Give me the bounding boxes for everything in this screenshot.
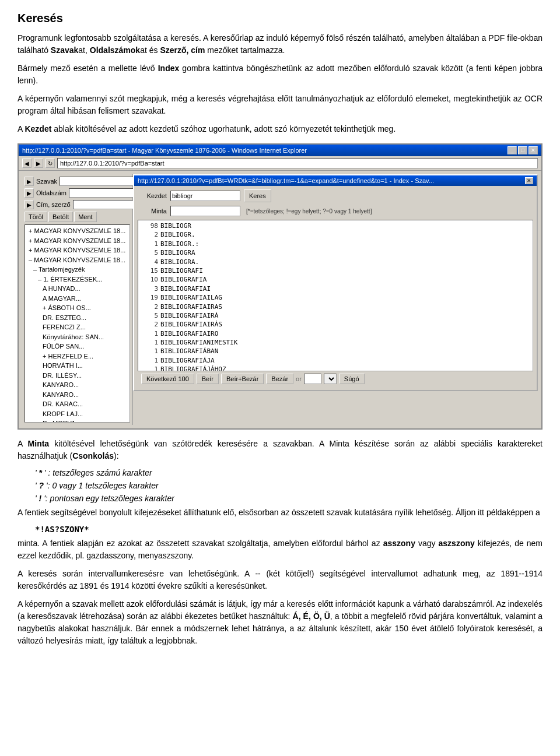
oldalszam-label: Oldalszám xyxy=(36,189,66,196)
main-content: Keresés Programunk legfontosabb szolgált… xyxy=(18,12,542,647)
result-term: BIBLIOGRAFIÁJÁHOZ xyxy=(160,365,226,371)
result-term: BIBLIOGRA. xyxy=(160,258,199,266)
betolt-btn[interactable]: Betölt xyxy=(48,212,73,222)
right-panel: http://127.0.0.1:2010/?v=pdfBt=WRDtk=&f=… xyxy=(133,174,538,425)
minta-row: Minta [*=tetszőleges; !=egy helyett; ?=0… xyxy=(138,206,533,216)
result-count: 1 xyxy=(141,329,158,338)
page-title: Keresés xyxy=(18,12,542,25)
oldalszam-expand-btn[interactable]: ▶ xyxy=(24,188,34,198)
ment-btn[interactable]: Ment xyxy=(74,212,96,222)
result-row[interactable]: 10BIBLIOGRAFIA xyxy=(141,275,530,284)
intro-para-4: A Kezdet ablak kitöltésével az adott kez… xyxy=(18,123,542,135)
maximize-btn[interactable]: □ xyxy=(518,146,527,154)
result-term: BIBLIOGR xyxy=(160,221,191,230)
tree-item[interactable]: FERENCZI Z... xyxy=(26,322,128,332)
tree-item[interactable]: KANYARO... xyxy=(26,390,128,400)
tree-item[interactable]: DR. ILLÉSY... xyxy=(26,371,128,381)
result-term: BIBLIOGR.: xyxy=(160,240,199,248)
result-row[interactable]: 19BIBLIOGRAFIAILAG xyxy=(141,293,530,302)
refresh-btn[interactable]: ↻ xyxy=(46,159,55,168)
post-browser-para-4: A keresés során intervallumkeresésre van… xyxy=(18,568,542,592)
szavak-input[interactable] xyxy=(60,177,144,186)
result-term: BIBLIOGRAFIÁJA xyxy=(160,356,215,365)
next-100-btn[interactable]: Következő 100 xyxy=(141,374,194,384)
back-btn[interactable]: ◀ xyxy=(22,159,32,168)
tree-item[interactable]: DR. ESZTEG... xyxy=(26,313,128,323)
result-term: BIBLIOGRAFIAIRÁS xyxy=(160,320,222,329)
result-count: 5 xyxy=(141,248,158,257)
forward-btn[interactable]: ▶ xyxy=(34,159,43,168)
tree-item[interactable]: – 1. ÉRTEKEZÉSEK... xyxy=(26,275,128,284)
tree-item[interactable]: – MAGYAR KÖNYVSZEMLE 18... xyxy=(26,255,128,265)
cim-expand-btn[interactable]: ▶ xyxy=(24,200,34,209)
result-row[interactable]: 4BIBLIOGRA. xyxy=(141,258,530,266)
result-row[interactable]: 2BIBLIOGRAFIAIRÁS xyxy=(141,320,530,329)
result-row[interactable]: 1BIBLIOGRAFIANIMESTIK xyxy=(141,338,530,347)
result-term: BIBLIOGRAFIAIRAS xyxy=(160,303,222,311)
result-term: BIBLIOGRAFIA xyxy=(160,275,206,284)
sugo-btn[interactable]: Súgó xyxy=(339,374,365,384)
minta-input[interactable] xyxy=(170,206,240,216)
minimize-btn[interactable]: _ xyxy=(508,146,517,154)
tree-item[interactable]: – Tartalomjegyzék xyxy=(26,265,128,275)
result-row[interactable]: 15BIBLIOGRAFI xyxy=(141,266,530,275)
tree-item[interactable]: HORVÁTH I... xyxy=(26,361,128,371)
bezar-btn[interactable]: Bezár xyxy=(266,374,293,384)
tree-item[interactable]: A MAGYAR... xyxy=(26,294,128,304)
tree-item[interactable]: KANYARO... xyxy=(26,380,128,390)
tree-item[interactable]: Dr. MORVA... xyxy=(26,419,128,423)
browser-title: http://127.0.0.1:2010/?v=pdfBa=start - M… xyxy=(22,147,307,154)
result-row[interactable]: 98BIBLIOGR xyxy=(141,221,530,230)
intro-para-3: A képernyőn valamennyi szót megkapjuk, m… xyxy=(18,93,542,117)
tree-item[interactable]: Könyvtárához: SAN... xyxy=(26,332,128,342)
result-row[interactable]: 1BIBLIOGRAFIÁBAN xyxy=(141,347,530,356)
dialog-close-btn[interactable]: ✕ xyxy=(525,177,533,184)
beir-btn[interactable]: Beír xyxy=(197,374,219,384)
tree-item[interactable]: DR. KARAC... xyxy=(26,399,128,409)
result-row[interactable]: 1BIBLIOGR.: xyxy=(141,240,530,248)
tree-item[interactable]: + MAGYAR KÖNYVSZEMLE 18... xyxy=(26,226,128,236)
beir-bezar-btn[interactable]: Beír+Bezár xyxy=(221,374,264,384)
tree-item[interactable]: + ÁSBOTH OS... xyxy=(26,303,128,313)
browser-title-buttons: _ □ ✕ xyxy=(508,146,538,154)
result-row[interactable]: 5BIBLIOGRA xyxy=(141,248,530,257)
results-list[interactable]: 98BIBLIOGR2BIBLIOGR.1BIBLIOGR.:5BIBLIOGR… xyxy=(138,220,533,371)
minta-hint: [*=tetszőleges; !=egy helyett; ?=0 vagy … xyxy=(246,208,372,215)
browser-toolbar: ◀ ▶ ↻ xyxy=(19,156,541,171)
address-bar[interactable] xyxy=(57,158,538,168)
kezdet-input[interactable] xyxy=(170,191,240,201)
footer-dropdown[interactable] xyxy=(324,374,337,384)
szavak-expand-btn[interactable]: ▶ xyxy=(24,177,34,186)
result-row[interactable]: 1BIBLIOGRAFIÁJÁHOZ xyxy=(141,365,530,371)
keres-dialog-btn[interactable]: Keres xyxy=(244,189,271,202)
result-row[interactable]: 2BIBLIOGR. xyxy=(141,230,530,239)
result-count: 1 xyxy=(141,240,158,248)
result-term: BIBLIOGRAFIANIMESTIK xyxy=(160,338,237,347)
result-row[interactable]: 5BIBLIOGRAFIAIRÁ xyxy=(141,311,530,320)
result-row[interactable]: 1BIBLIOGRAFIAIRO xyxy=(141,329,530,338)
close-btn[interactable]: ✕ xyxy=(528,146,538,154)
szavak-row: ▶ Szavak Index Keres xyxy=(24,177,130,186)
tree-item[interactable]: A HUNYAD... xyxy=(26,284,128,294)
result-term: BIBLIOGRAFIÁBAN xyxy=(160,347,218,356)
szavak-label: Szavak xyxy=(36,178,57,185)
result-row[interactable]: 1BIBLIOGRAFIÁJA xyxy=(141,356,530,365)
search-ui: ▶ Szavak Index Keres ▶ Oldalszám ▶ Cím, … xyxy=(22,174,538,425)
tree-view[interactable]: + MAGYAR KÖNYVSZEMLE 18... + MAGYAR KÖNY… xyxy=(24,224,130,423)
tree-item[interactable]: + HERZFELD E... xyxy=(26,351,128,361)
kezdet-row: Kezdet Keres xyxy=(138,189,533,202)
result-count: 2 xyxy=(141,230,158,239)
tree-item[interactable]: FÜLÖP SAN... xyxy=(26,342,128,351)
tree-item[interactable]: + MAGYAR KÖNYVSZEMLE 18... xyxy=(26,236,128,246)
result-term: BIBLIOGR. xyxy=(160,230,195,239)
tree-item[interactable]: + MAGYAR KÖNYVSZEMLE 18... xyxy=(26,245,128,255)
torol-btn[interactable]: Töröl xyxy=(24,212,47,222)
left-panel: ▶ Szavak Index Keres ▶ Oldalszám ▶ Cím, … xyxy=(22,174,133,425)
post-browser-para-5: A képernyőn a szavak mellett azok előfor… xyxy=(18,598,542,647)
result-row[interactable]: 2BIBLIOGRAFIAIRAS xyxy=(141,303,530,311)
result-count: 4 xyxy=(141,258,158,266)
footer-input[interactable] xyxy=(304,374,321,384)
result-row[interactable]: 3BIBLIOGRAFIAI xyxy=(141,284,530,293)
intro-para-1: Programunk legfontosabb szolgáltatása a … xyxy=(18,32,542,57)
tree-item[interactable]: KROPF LAJ... xyxy=(26,409,128,419)
